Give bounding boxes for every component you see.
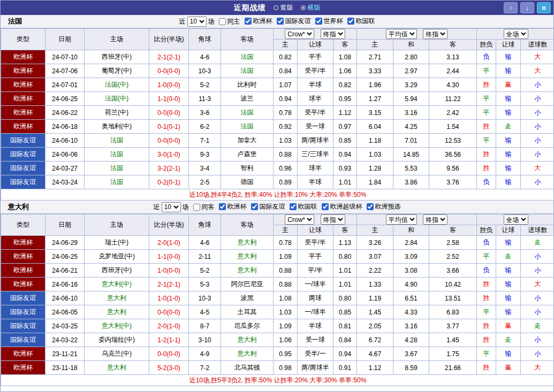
match-type: 国际友谊: [1, 148, 45, 162]
close-button[interactable]: ×: [537, 2, 551, 13]
title-bar: 近期战绩 竖版 横版 ↑ ↓ ×: [1, 1, 553, 15]
league-label: 欧洲杯: [227, 202, 247, 211]
home-team: 克罗地亚(中): [85, 250, 149, 264]
handicap-away-odds: 0.82: [333, 78, 357, 92]
league-checkbox[interactable]: [219, 203, 226, 210]
league-checkbox[interactable]: [315, 18, 322, 25]
handicap-home-odds: 0.88: [274, 148, 298, 162]
scope-select-cell: 全场: [477, 214, 554, 225]
goals-outcome: 小: [521, 175, 554, 189]
league-filter-checkbox[interactable]: 欧国联: [347, 17, 375, 26]
match-type: 欧洲杯: [1, 78, 45, 92]
league-filter-checkbox[interactable]: 欧洲预选: [367, 202, 401, 211]
away-team: 阿尔巴尼亚: [221, 278, 274, 291]
match-row: 欧洲杯24-06-25克罗地亚(中)1-1(0-0)2-11意大利1.09平手0…: [1, 250, 554, 264]
league-checkbox[interactable]: [347, 18, 354, 25]
home-team: 乌克兰(中): [85, 347, 149, 361]
average-select[interactable]: 平均值: [386, 214, 417, 225]
avg-away-odds: 1.54: [429, 120, 477, 134]
window-title: 近期战绩: [234, 3, 266, 13]
bookmaker-select[interactable]: Crow*: [285, 29, 314, 39]
league-checkbox[interactable]: [277, 18, 284, 25]
avg-draw-odds: 2.80: [393, 50, 429, 64]
scroll-up-button[interactable]: ↑: [504, 2, 518, 13]
away-team: 意大利: [221, 250, 274, 264]
recent-count-select[interactable]: 10: [162, 202, 181, 212]
match-row: 欧洲杯24-06-25法国(中)1-1(0-0)11-3波兰0.94球半0.95…: [1, 92, 554, 106]
away-team: 厄瓜多尔: [221, 319, 274, 333]
handicap-away-odds: 0.97: [333, 120, 357, 134]
league-filter-checkbox[interactable]: 欧洲杯: [245, 17, 272, 26]
bookmaker-select[interactable]: Crow*: [285, 214, 314, 225]
col-header-away: 客场: [221, 214, 274, 236]
match-scope-select[interactable]: 全场: [504, 29, 528, 39]
league-checkbox[interactable]: [245, 18, 252, 25]
avg-draw-odds: 2.84: [393, 236, 429, 250]
handicap-home-odds: 0.78: [274, 106, 298, 120]
layout-radio-horizontal[interactable]: 横版: [301, 3, 321, 12]
scroll-down-button[interactable]: ↓: [520, 2, 534, 13]
league-checkbox[interactable]: [290, 203, 297, 210]
avg-away-odds: 12.53: [429, 134, 477, 148]
col-header-goals: 进球数: [521, 225, 554, 236]
same-venue-checkbox[interactable]: [193, 204, 200, 211]
col-header-hcp-home: 主: [274, 40, 298, 50]
home-team: 奥地利(中): [85, 120, 149, 134]
league-checkbox[interactable]: [251, 203, 258, 210]
match-score: 0-0(0-0): [149, 106, 189, 120]
same-venue-filter[interactable]: 同客: [193, 203, 215, 212]
league-filter-checkbox[interactable]: 国际友谊: [251, 202, 285, 211]
goals-outcome: 大: [521, 278, 554, 291]
final-average-select[interactable]: 终指: [423, 29, 447, 39]
home-team: 委内瑞拉(中): [85, 333, 149, 347]
final-odds-select[interactable]: 终指: [321, 214, 345, 225]
handicap-home-odds: 0.88: [274, 264, 298, 278]
layout-radio-vertical[interactable]: 竖版: [274, 3, 293, 12]
match-date: 24-07-10: [45, 50, 85, 64]
league-filter-checkbox[interactable]: 世界杯: [315, 17, 343, 26]
final-average-select[interactable]: 终指: [423, 214, 447, 225]
handicap-home-odds: 0.88: [274, 278, 298, 291]
filter-suffix-label: 场: [183, 203, 189, 212]
handicap-outcome: 赢: [496, 361, 521, 375]
corner-score: 3-4: [189, 162, 221, 175]
result-outcome: 胜: [477, 162, 496, 175]
match-scope-select[interactable]: 全场: [504, 214, 528, 225]
handicap-line: 受一球: [298, 333, 333, 347]
final-odds-select[interactable]: 终指: [321, 29, 345, 39]
match-score: 5-2(3-0): [149, 361, 189, 375]
col-header-hcp-result: 让球: [496, 40, 521, 50]
match-type: 国际友谊: [1, 175, 45, 189]
league-checkbox[interactable]: [322, 203, 329, 210]
league-filter-checkbox[interactable]: 欧洲杯: [219, 202, 247, 211]
match-row: 国际友谊24-06-10法国0-0(0-0)7-1加拿大1.03两/两球半0.8…: [1, 134, 554, 148]
handicap-away-odds: 1.01: [333, 278, 357, 291]
match-type: 国际友谊: [1, 305, 45, 319]
handicap-away-odds: 0.84: [333, 333, 357, 347]
match-date: 24-06-05: [45, 305, 85, 319]
match-type: 国际友谊: [1, 134, 45, 148]
average-select[interactable]: 平均值: [386, 29, 417, 39]
league-filter-checkbox[interactable]: 欧洲超级杯: [322, 202, 362, 211]
match-score: 1-0(0-0): [149, 264, 189, 278]
result-outcome: 胜: [477, 78, 496, 92]
same-venue-filter[interactable]: 同主: [219, 17, 240, 26]
handicap-outcome: 赢: [496, 319, 521, 333]
same-venue-checkbox[interactable]: [219, 18, 226, 25]
match-date: 24-07-06: [45, 64, 85, 78]
filter-suffix-label: 场: [208, 17, 215, 26]
league-checkbox[interactable]: [367, 203, 374, 210]
league-filter-checkbox[interactable]: 欧国联: [290, 202, 317, 211]
avg-home-odds: 1.33: [357, 278, 393, 291]
handicap-away-odds: 1.01: [333, 264, 357, 278]
summary-row: 近10场,胜4平4负2, 胜率:40% 让胜率:10% 大率:20% 单率:50…: [1, 189, 554, 201]
goals-outcome: 大: [521, 50, 554, 64]
corner-score: 2-5: [189, 175, 221, 189]
handicap-line: 半球: [298, 319, 333, 333]
match-row: 国际友谊24-03-27法国3-2(2-1)3-4智利0.96球半0.931.2…: [1, 162, 554, 175]
col-header-hcp-line: 让球: [298, 225, 333, 236]
match-type: 欧洲杯: [1, 92, 45, 106]
league-filter-checkbox[interactable]: 国际友谊: [277, 17, 311, 26]
avg-home-odds: 3.07: [357, 250, 393, 264]
recent-count-select[interactable]: 10: [187, 17, 207, 27]
